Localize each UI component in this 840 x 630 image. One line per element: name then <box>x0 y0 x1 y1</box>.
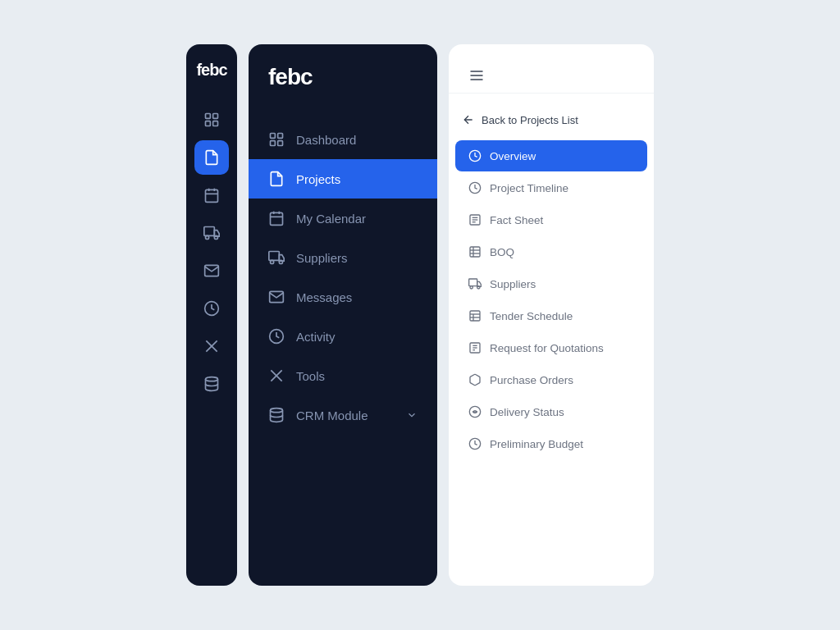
sidebar-item-messages-label: Messages <box>296 290 352 304</box>
hamburger-button[interactable] <box>462 61 491 90</box>
svg-rect-44 <box>469 279 477 286</box>
overview-icon <box>468 149 482 162</box>
sidebar-item-activity[interactable]: Activity <box>249 317 437 356</box>
svg-rect-1 <box>213 114 218 119</box>
panel-nav-rfq-label: Request for Quotations <box>490 342 604 354</box>
icon-sidebar: febc <box>186 44 237 586</box>
chevron-down-icon <box>406 409 418 421</box>
panel-nav-overview-label: Overview <box>490 150 536 162</box>
preliminary-budget-icon <box>468 437 482 450</box>
panel-nav-project-timeline[interactable]: Project Timeline <box>455 172 647 203</box>
svg-point-25 <box>279 260 282 263</box>
svg-rect-17 <box>271 141 276 146</box>
icon-sidebar-logo: febc <box>196 61 226 80</box>
sidebar-icon-projects[interactable] <box>194 140 229 175</box>
panel-nav-preliminary-budget-label: Preliminary Budget <box>490 438 583 450</box>
svg-rect-16 <box>278 134 283 139</box>
sidebar-item-tools-label: Tools <box>296 369 325 383</box>
right-panel-content: Back to Projects List Overview Project T… <box>449 94 654 586</box>
sidebar-icon-activity[interactable] <box>194 291 229 326</box>
svg-rect-2 <box>206 121 211 126</box>
timeline-icon <box>468 181 482 194</box>
panel-nav-delivery-status[interactable]: Delivery Status <box>455 396 647 427</box>
svg-rect-15 <box>271 134 276 139</box>
boq-icon <box>468 245 482 258</box>
svg-rect-0 <box>206 114 211 119</box>
sidebar-icon-messages[interactable] <box>194 253 229 288</box>
back-to-projects-link[interactable]: Back to Projects List <box>449 107 654 139</box>
sidebar-icon-crm[interactable] <box>194 367 229 401</box>
panel-nav-rfq[interactable]: Request for Quotations <box>455 332 647 363</box>
panel-nav-fact-sheet-label: Fact Sheet <box>490 214 543 226</box>
svg-point-9 <box>206 235 209 239</box>
svg-rect-8 <box>204 227 215 236</box>
sidebar-item-tools[interactable]: Tools <box>249 356 437 395</box>
svg-point-45 <box>470 286 472 289</box>
sidebar-icon-dashboard[interactable] <box>194 103 229 137</box>
panel-nav-delivery-status-label: Delivery Status <box>490 406 564 418</box>
sidebar-icon-tools[interactable] <box>194 329 229 363</box>
panel-nav-overview[interactable]: Overview <box>455 140 647 171</box>
panel-nav-purchase-orders-label: Purchase Orders <box>490 374 573 386</box>
tender-schedule-icon <box>468 309 482 322</box>
fact-sheet-icon <box>468 213 482 226</box>
sidebar-item-messages[interactable]: Messages <box>249 277 437 317</box>
svg-point-46 <box>477 286 480 289</box>
svg-point-10 <box>214 235 217 239</box>
sidebar-item-suppliers[interactable]: Suppliers <box>249 238 437 277</box>
svg-rect-18 <box>278 141 283 146</box>
panel-nav-preliminary-budget[interactable]: Preliminary Budget <box>455 428 647 459</box>
svg-point-14 <box>206 377 218 381</box>
sidebar-item-crm-label: CRM Module <box>296 409 368 422</box>
right-panel: Back to Projects List Overview Project T… <box>449 44 654 586</box>
right-panel-header <box>449 44 654 94</box>
svg-rect-40 <box>470 247 480 257</box>
sidebar-item-dashboard-label: Dashboard <box>296 133 356 147</box>
panel-nav-boq[interactable]: BOQ <box>455 236 647 267</box>
back-link-label: Back to Projects List <box>482 114 578 126</box>
panel-nav-suppliers[interactable]: Suppliers <box>455 268 647 299</box>
arrow-left-icon <box>462 113 475 126</box>
svg-point-24 <box>271 260 274 263</box>
suppliers-icon <box>468 277 482 290</box>
main-sidebar-logo: febc <box>249 64 437 90</box>
panel-nav-suppliers-label: Suppliers <box>490 278 536 290</box>
sidebar-icon-calendar[interactable] <box>194 178 229 212</box>
delivery-status-icon <box>468 405 482 418</box>
sidebar-item-activity-label: Activity <box>296 330 336 344</box>
sidebar-item-crm[interactable]: CRM Module <box>249 395 437 435</box>
panel-nav-tender-schedule-label: Tender Schedule <box>490 310 573 322</box>
svg-rect-19 <box>271 212 283 225</box>
panel-nav-boq-label: BOQ <box>490 246 514 258</box>
sidebar-item-my-calendar[interactable]: My Calendar <box>249 199 437 238</box>
rfq-icon <box>468 341 482 354</box>
svg-rect-23 <box>269 252 280 261</box>
panel-nav-fact-sheet[interactable]: Fact Sheet <box>455 204 647 235</box>
main-sidebar: febc Dashboard Projects <box>249 44 437 586</box>
sidebar-item-projects[interactable]: Projects <box>249 159 437 199</box>
sidebar-item-calendar-label: My Calendar <box>296 212 366 226</box>
ui-container: febc <box>186 44 654 586</box>
svg-rect-3 <box>213 121 218 126</box>
sidebar-item-dashboard[interactable]: Dashboard <box>249 120 437 159</box>
svg-point-29 <box>271 409 283 413</box>
sidebar-item-suppliers-label: Suppliers <box>296 251 348 265</box>
sidebar-icon-suppliers[interactable] <box>194 216 229 250</box>
svg-rect-4 <box>206 189 218 202</box>
purchase-orders-icon <box>468 373 482 386</box>
sidebar-item-projects-label: Projects <box>296 172 340 186</box>
panel-nav-timeline-label: Project Timeline <box>490 182 568 194</box>
panel-nav-tender-schedule[interactable]: Tender Schedule <box>455 300 647 331</box>
svg-rect-47 <box>470 311 480 321</box>
panel-nav-purchase-orders[interactable]: Purchase Orders <box>455 364 647 395</box>
